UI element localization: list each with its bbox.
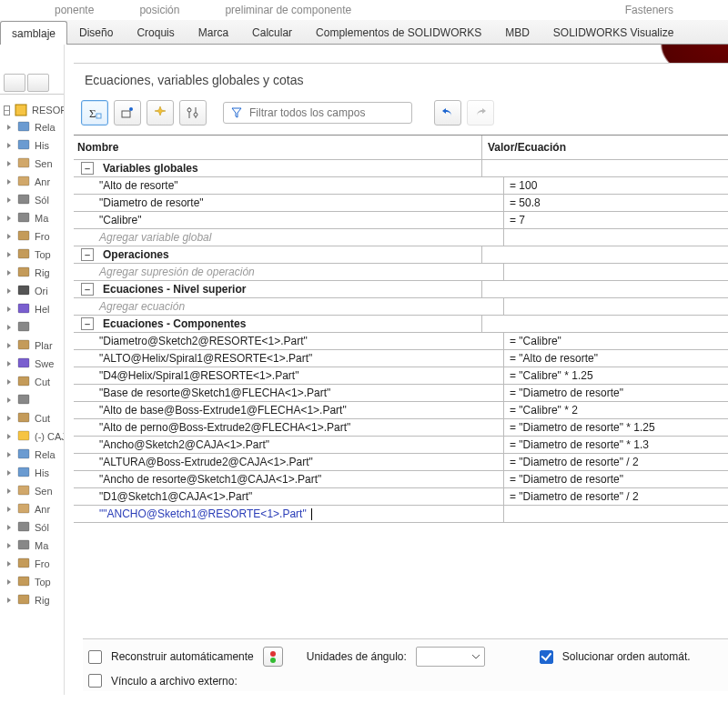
grid-cell-value[interactable]: = "Alto de resorte" xyxy=(504,350,728,367)
tree-node[interactable]: Rig xyxy=(0,264,64,282)
grid-cell-name[interactable]: "D4@Helix/Spiral1@RESORTE<1>.Part" xyxy=(74,367,504,384)
grid-cell-name[interactable]: "Alto de perno@Boss-Extrude2@FLECHA<1>.P… xyxy=(74,419,504,436)
grid-cell-value[interactable]: = "Diametro de resorte" / 2 xyxy=(504,454,728,470)
expand-icon[interactable] xyxy=(5,267,13,278)
expand-icon[interactable] xyxy=(5,377,13,387)
grid-cell-value[interactable]: = "Diametro de resorte" * 1.25 xyxy=(504,419,728,436)
grid-cell-name[interactable]: –Operaciones xyxy=(74,246,482,263)
dimension-view-button[interactable] xyxy=(114,100,141,126)
grid-data-row[interactable]: "Base de resorte@Sketch1@FLECHA<1>.Part"… xyxy=(74,385,728,402)
undo-button[interactable] xyxy=(434,100,461,126)
rebuild-auto-checkbox[interactable] xyxy=(88,650,102,664)
ribbon-tab-marca[interactable]: Marca xyxy=(187,20,240,44)
expand-icon[interactable] xyxy=(5,595,13,606)
expand-icon[interactable] xyxy=(5,286,13,296)
grid-cell-name[interactable]: –Variables globales xyxy=(74,160,482,176)
grid-data-row[interactable]: "Alto de resorte"= 100 xyxy=(74,177,728,195)
tree-node[interactable]: Sól xyxy=(0,518,64,537)
tree-node[interactable]: Ori xyxy=(0,282,64,300)
grid-data-row[interactable]: "ALTURA@Boss-Extrude2@CAJA<1>.Part"= "Di… xyxy=(74,454,728,471)
expand-icon[interactable] xyxy=(5,577,13,588)
grid-cell-value[interactable] xyxy=(482,246,728,263)
grid-data-row[interactable]: "Alto de perno@Boss-Extrude2@FLECHA<1>.P… xyxy=(74,419,728,437)
grid-data-row[interactable]: "ALTO@Helix/Spiral1@RESORTE<1>.Part"= "A… xyxy=(74,350,728,367)
grid-cell-name[interactable]: "Ancho@Sketch2@CAJA<1>.Part" xyxy=(74,437,504,453)
grid-data-row[interactable]: "Diametro@Sketch2@RESORTE<1>.Part"= "Cal… xyxy=(74,333,728,350)
grid-cell-value[interactable]: = "Diametro de resorte" / 2 xyxy=(504,488,728,505)
grid-data-row[interactable]: "Alto de base@Boss-Extrude1@FLECHA<1>.Pa… xyxy=(74,402,728,419)
grid-data-row[interactable]: "Calibre"= 7 xyxy=(74,212,728,229)
grid-data-row[interactable]: "Diametro de resorte"= 50.8 xyxy=(74,195,728,212)
expand-icon[interactable] xyxy=(5,504,13,515)
expand-icon[interactable] xyxy=(5,158,13,169)
ribbon-tab-diseño[interactable]: Diseño xyxy=(67,20,125,44)
grid-cell-value[interactable]: = "Calibre" * 2 xyxy=(504,402,728,418)
grid-cell-value[interactable]: = 100 xyxy=(504,177,728,194)
expand-icon[interactable] xyxy=(5,304,13,315)
expand-icon[interactable] xyxy=(5,358,13,369)
tree-tab-1[interactable] xyxy=(4,74,25,92)
grid-cell-value[interactable]: = 50.8 xyxy=(504,195,728,211)
collapse-icon[interactable]: – xyxy=(81,317,94,330)
grid-cell-name[interactable]: "Diametro de resorte" xyxy=(74,195,504,211)
grid-data-row[interactable]: "Ancho@Sketch2@CAJA<1>.Part"= "Diametro … xyxy=(74,437,728,454)
tree-node[interactable]: Rela xyxy=(0,446,64,464)
equation-view-button[interactable]: Σ xyxy=(81,100,108,126)
config-view-button[interactable] xyxy=(179,100,207,126)
ordered-view-button[interactable] xyxy=(147,100,174,126)
angle-units-select[interactable] xyxy=(416,647,485,667)
link-external-checkbox[interactable] xyxy=(88,674,102,688)
expand-icon[interactable] xyxy=(5,122,13,133)
tree-node[interactable] xyxy=(0,318,64,336)
col-value-header[interactable]: Valor/Ecuación xyxy=(482,136,728,159)
expand-icon[interactable] xyxy=(5,176,13,187)
expand-icon[interactable] xyxy=(5,431,13,442)
grid-cell-value[interactable]: = "Diametro de resorte" xyxy=(504,471,728,487)
grid-cell-name[interactable]: –Ecuaciones - Nivel superior xyxy=(74,281,482,297)
expand-icon[interactable] xyxy=(5,449,13,460)
grid-cell-value[interactable]: = "Calibre" xyxy=(504,333,728,349)
tree-node[interactable]: Ma xyxy=(0,209,64,227)
grid-cell-value[interactable] xyxy=(504,298,728,315)
grid-cell-name[interactable]: "ALTURA@Boss-Extrude2@CAJA<1>.Part" xyxy=(74,454,504,470)
tree-node[interactable]: Swe xyxy=(0,355,64,373)
expand-icon[interactable] xyxy=(5,467,13,478)
expand-icon[interactable] xyxy=(5,213,13,224)
rebuild-status-icon[interactable] xyxy=(263,647,283,667)
grid-cell-value[interactable]: = "Diametro de resorte" xyxy=(504,385,728,401)
tree-node[interactable] xyxy=(0,391,64,409)
expand-icon[interactable] xyxy=(5,558,13,569)
grid-section-row[interactable]: –Ecuaciones - Nivel superior xyxy=(74,281,728,298)
grid-cell-value[interactable] xyxy=(504,506,728,522)
expand-icon[interactable] xyxy=(5,486,13,497)
filter-input[interactable] xyxy=(248,105,404,120)
auto-solve-checkbox[interactable] xyxy=(540,650,553,664)
tree-node[interactable]: Fro xyxy=(0,227,64,246)
tree-tab-2[interactable] xyxy=(27,74,49,92)
grid-cell-name[interactable]: –Ecuaciones - Componentes xyxy=(74,316,482,332)
grid-cell-value[interactable] xyxy=(482,160,728,176)
expand-icon[interactable] xyxy=(5,340,13,351)
expand-icon[interactable] xyxy=(5,413,13,424)
grid-cell-name[interactable]: "Calibre" xyxy=(74,212,504,228)
ribbon-tab-samblaje[interactable]: samblaje xyxy=(0,21,67,45)
expand-icon[interactable] xyxy=(5,322,13,333)
tree-node[interactable]: (-) CAJ xyxy=(0,427,64,446)
expand-icon[interactable] xyxy=(5,522,13,533)
tree-node[interactable]: Rela xyxy=(0,118,64,136)
grid-section-row[interactable]: –Variables globales xyxy=(74,160,728,177)
grid-cell-value[interactable] xyxy=(482,316,728,332)
col-name-header[interactable]: Nombre xyxy=(74,136,482,159)
tree-node[interactable]: Cut xyxy=(0,373,64,391)
tree-node[interactable]: Top xyxy=(0,573,64,591)
grid-data-row[interactable]: "Ancho de resorte@Sketch1@CAJA<1>.Part"=… xyxy=(74,471,728,488)
expand-icon[interactable] xyxy=(5,395,13,406)
ribbon-tab-complementos-de-solidworks[interactable]: Complementos de SOLIDWORKS xyxy=(304,20,493,44)
grid-data-row[interactable]: ""ANCHO@Sketch1@RESORTE<1>.Part" xyxy=(74,506,728,523)
collapse-icon[interactable]: – xyxy=(81,162,94,175)
grid-cell-value[interactable]: = "Diametro de resorte" * 1.3 xyxy=(504,437,728,453)
ribbon-tab-mbd[interactable]: MBD xyxy=(493,20,541,44)
tree-root[interactable]: – RESOR xyxy=(0,102,64,118)
tree-node[interactable]: Plar xyxy=(0,336,64,355)
collapse-icon[interactable]: – xyxy=(81,283,94,296)
